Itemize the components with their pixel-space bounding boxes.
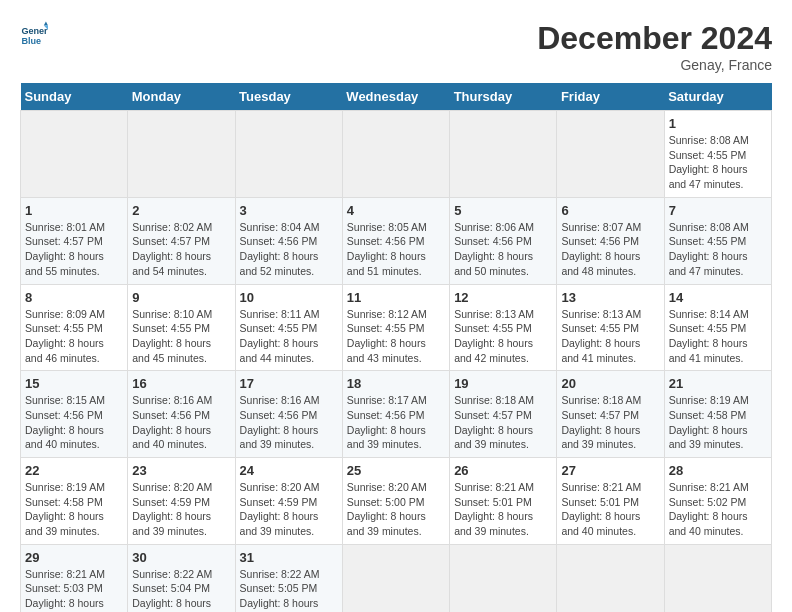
day-number: 15: [25, 376, 123, 391]
col-header-tuesday: Tuesday: [235, 83, 342, 111]
day-cell: 1Sunrise: 8:01 AMSunset: 4:57 PMDaylight…: [21, 197, 128, 284]
day-info: Sunrise: 8:08 AMSunset: 4:55 PMDaylight:…: [669, 133, 767, 192]
week-row-1: 1Sunrise: 8:08 AMSunset: 4:55 PMDaylight…: [21, 111, 772, 198]
day-info: Sunrise: 8:02 AMSunset: 4:57 PMDaylight:…: [132, 220, 230, 279]
day-number: 27: [561, 463, 659, 478]
day-info: Sunrise: 8:22 AMSunset: 5:05 PMDaylight:…: [240, 567, 338, 612]
day-cell: [557, 111, 664, 198]
day-number: 1: [669, 116, 767, 131]
day-cell: 31Sunrise: 8:22 AMSunset: 5:05 PMDayligh…: [235, 544, 342, 612]
day-cell: 7Sunrise: 8:08 AMSunset: 4:55 PMDaylight…: [664, 197, 771, 284]
day-cell: [128, 111, 235, 198]
day-number: 25: [347, 463, 445, 478]
day-cell: 2Sunrise: 8:02 AMSunset: 4:57 PMDaylight…: [128, 197, 235, 284]
day-number: 12: [454, 290, 552, 305]
day-cell: 8Sunrise: 8:09 AMSunset: 4:55 PMDaylight…: [21, 284, 128, 371]
day-number: 7: [669, 203, 767, 218]
col-header-friday: Friday: [557, 83, 664, 111]
day-number: 11: [347, 290, 445, 305]
day-cell: 17Sunrise: 8:16 AMSunset: 4:56 PMDayligh…: [235, 371, 342, 458]
logo: General Blue: [20, 20, 48, 48]
col-header-wednesday: Wednesday: [342, 83, 449, 111]
day-number: 14: [669, 290, 767, 305]
day-cell: 11Sunrise: 8:12 AMSunset: 4:55 PMDayligh…: [342, 284, 449, 371]
day-info: Sunrise: 8:17 AMSunset: 4:56 PMDaylight:…: [347, 393, 445, 452]
day-number: 18: [347, 376, 445, 391]
location: Genay, France: [537, 57, 772, 73]
day-number: 17: [240, 376, 338, 391]
svg-text:Blue: Blue: [21, 36, 41, 46]
day-info: Sunrise: 8:16 AMSunset: 4:56 PMDaylight:…: [132, 393, 230, 452]
day-info: Sunrise: 8:20 AMSunset: 4:59 PMDaylight:…: [132, 480, 230, 539]
day-number: 31: [240, 550, 338, 565]
week-row-4: 15Sunrise: 8:15 AMSunset: 4:56 PMDayligh…: [21, 371, 772, 458]
day-info: Sunrise: 8:10 AMSunset: 4:55 PMDaylight:…: [132, 307, 230, 366]
day-cell: [450, 544, 557, 612]
page-header: General Blue December 2024 Genay, France: [20, 20, 772, 73]
svg-marker-2: [44, 21, 48, 25]
day-cell: [342, 111, 449, 198]
day-cell: 20Sunrise: 8:18 AMSunset: 4:57 PMDayligh…: [557, 371, 664, 458]
day-number: 19: [454, 376, 552, 391]
day-info: Sunrise: 8:13 AMSunset: 4:55 PMDaylight:…: [454, 307, 552, 366]
day-info: Sunrise: 8:21 AMSunset: 5:02 PMDaylight:…: [669, 480, 767, 539]
day-info: Sunrise: 8:19 AMSunset: 4:58 PMDaylight:…: [25, 480, 123, 539]
day-cell: 4Sunrise: 8:05 AMSunset: 4:56 PMDaylight…: [342, 197, 449, 284]
day-info: Sunrise: 8:21 AMSunset: 5:03 PMDaylight:…: [25, 567, 123, 612]
day-cell: 29Sunrise: 8:21 AMSunset: 5:03 PMDayligh…: [21, 544, 128, 612]
day-number: 24: [240, 463, 338, 478]
day-number: 9: [132, 290, 230, 305]
title-block: December 2024 Genay, France: [537, 20, 772, 73]
col-header-thursday: Thursday: [450, 83, 557, 111]
day-cell: 6Sunrise: 8:07 AMSunset: 4:56 PMDaylight…: [557, 197, 664, 284]
day-number: 21: [669, 376, 767, 391]
day-cell: 15Sunrise: 8:15 AMSunset: 4:56 PMDayligh…: [21, 371, 128, 458]
day-cell: 9Sunrise: 8:10 AMSunset: 4:55 PMDaylight…: [128, 284, 235, 371]
calendar-body: 1Sunrise: 8:08 AMSunset: 4:55 PMDaylight…: [21, 111, 772, 613]
day-cell: [235, 111, 342, 198]
day-cell: [557, 544, 664, 612]
day-info: Sunrise: 8:18 AMSunset: 4:57 PMDaylight:…: [561, 393, 659, 452]
day-info: Sunrise: 8:21 AMSunset: 5:01 PMDaylight:…: [454, 480, 552, 539]
svg-text:General: General: [21, 26, 48, 36]
day-info: Sunrise: 8:14 AMSunset: 4:55 PMDaylight:…: [669, 307, 767, 366]
day-info: Sunrise: 8:21 AMSunset: 5:01 PMDaylight:…: [561, 480, 659, 539]
week-row-6: 29Sunrise: 8:21 AMSunset: 5:03 PMDayligh…: [21, 544, 772, 612]
day-number: 3: [240, 203, 338, 218]
day-cell: 25Sunrise: 8:20 AMSunset: 5:00 PMDayligh…: [342, 458, 449, 545]
week-row-2: 1Sunrise: 8:01 AMSunset: 4:57 PMDaylight…: [21, 197, 772, 284]
day-cell: 21Sunrise: 8:19 AMSunset: 4:58 PMDayligh…: [664, 371, 771, 458]
day-info: Sunrise: 8:01 AMSunset: 4:57 PMDaylight:…: [25, 220, 123, 279]
day-info: Sunrise: 8:07 AMSunset: 4:56 PMDaylight:…: [561, 220, 659, 279]
day-number: 22: [25, 463, 123, 478]
day-cell: [664, 544, 771, 612]
day-info: Sunrise: 8:18 AMSunset: 4:57 PMDaylight:…: [454, 393, 552, 452]
day-number: 28: [669, 463, 767, 478]
day-cell: 16Sunrise: 8:16 AMSunset: 4:56 PMDayligh…: [128, 371, 235, 458]
col-header-sunday: Sunday: [21, 83, 128, 111]
col-header-saturday: Saturday: [664, 83, 771, 111]
day-number: 16: [132, 376, 230, 391]
day-info: Sunrise: 8:19 AMSunset: 4:58 PMDaylight:…: [669, 393, 767, 452]
day-cell: [450, 111, 557, 198]
day-number: 1: [25, 203, 123, 218]
day-cell: 23Sunrise: 8:20 AMSunset: 4:59 PMDayligh…: [128, 458, 235, 545]
day-cell: 3Sunrise: 8:04 AMSunset: 4:56 PMDaylight…: [235, 197, 342, 284]
calendar-header-row: SundayMondayTuesdayWednesdayThursdayFrid…: [21, 83, 772, 111]
day-info: Sunrise: 8:20 AMSunset: 4:59 PMDaylight:…: [240, 480, 338, 539]
day-cell: 30Sunrise: 8:22 AMSunset: 5:04 PMDayligh…: [128, 544, 235, 612]
col-header-monday: Monday: [128, 83, 235, 111]
day-cell: 22Sunrise: 8:19 AMSunset: 4:58 PMDayligh…: [21, 458, 128, 545]
day-number: 20: [561, 376, 659, 391]
day-number: 8: [25, 290, 123, 305]
day-cell: 12Sunrise: 8:13 AMSunset: 4:55 PMDayligh…: [450, 284, 557, 371]
day-info: Sunrise: 8:20 AMSunset: 5:00 PMDaylight:…: [347, 480, 445, 539]
day-info: Sunrise: 8:08 AMSunset: 4:55 PMDaylight:…: [669, 220, 767, 279]
day-number: 23: [132, 463, 230, 478]
day-info: Sunrise: 8:12 AMSunset: 4:55 PMDaylight:…: [347, 307, 445, 366]
day-info: Sunrise: 8:11 AMSunset: 4:55 PMDaylight:…: [240, 307, 338, 366]
day-number: 4: [347, 203, 445, 218]
month-title: December 2024: [537, 20, 772, 57]
day-info: Sunrise: 8:06 AMSunset: 4:56 PMDaylight:…: [454, 220, 552, 279]
day-number: 6: [561, 203, 659, 218]
